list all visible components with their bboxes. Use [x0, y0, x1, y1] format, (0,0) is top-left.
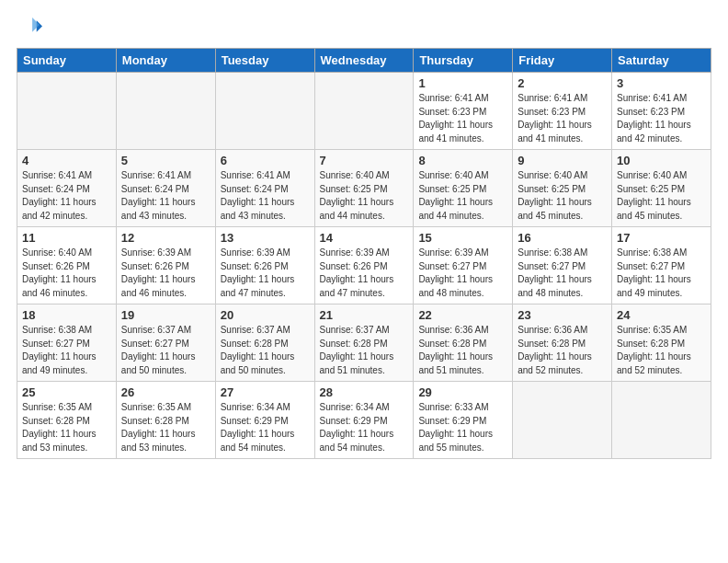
day-info: Sunrise: 6:39 AM Sunset: 6:26 PM Dayligh… — [320, 247, 409, 300]
calendar-cell: 2Sunrise: 6:41 AM Sunset: 6:23 PM Daylig… — [513, 73, 612, 150]
day-info: Sunrise: 6:35 AM Sunset: 6:28 PM Dayligh… — [617, 324, 706, 377]
day-info: Sunrise: 6:41 AM Sunset: 6:23 PM Dayligh… — [418, 92, 507, 145]
day-number: 6 — [221, 154, 310, 167]
day-number: 22 — [418, 308, 507, 322]
calendar-table: SundayMondayTuesdayWednesdayThursdayFrid… — [17, 48, 711, 459]
day-number: 14 — [320, 231, 409, 245]
logo — [17, 15, 46, 40]
day-info: Sunrise: 6:41 AM Sunset: 6:24 PM Dayligh… — [22, 169, 111, 223]
day-info: Sunrise: 6:38 AM Sunset: 6:27 PM Dayligh… — [518, 247, 607, 300]
calendar-cell: 7Sunrise: 6:40 AM Sunset: 6:25 PM Daylig… — [314, 150, 414, 227]
day-info: Sunrise: 6:39 AM Sunset: 6:26 PM Dayligh… — [121, 247, 210, 300]
calendar-cell: 29Sunrise: 6:33 AM Sunset: 6:29 PM Dayli… — [414, 382, 513, 459]
day-info: Sunrise: 6:40 AM Sunset: 6:25 PM Dayligh… — [418, 169, 507, 223]
day-info: Sunrise: 6:37 AM Sunset: 6:28 PM Dayligh… — [221, 324, 310, 377]
header — [17, 15, 711, 40]
day-number: 28 — [320, 385, 409, 399]
calendar-cell: 4Sunrise: 6:41 AM Sunset: 6:24 PM Daylig… — [17, 150, 117, 227]
day-number: 17 — [617, 231, 706, 245]
day-number: 2 — [518, 76, 607, 90]
calendar-cell: 5Sunrise: 6:41 AM Sunset: 6:24 PM Daylig… — [116, 150, 215, 227]
calendar-cell: 16Sunrise: 6:38 AM Sunset: 6:27 PM Dayli… — [513, 227, 612, 304]
calendar-cell: 11Sunrise: 6:40 AM Sunset: 6:26 PM Dayli… — [17, 227, 117, 304]
day-number: 12 — [121, 231, 210, 245]
calendar-cell: 25Sunrise: 6:35 AM Sunset: 6:28 PM Dayli… — [17, 382, 117, 459]
day-number: 25 — [22, 385, 111, 399]
calendar-cell: 3Sunrise: 6:41 AM Sunset: 6:23 PM Daylig… — [612, 73, 711, 150]
day-number: 8 — [418, 154, 507, 167]
calendar-header-row: SundayMondayTuesdayWednesdayThursdayFrid… — [17, 49, 711, 73]
day-info: Sunrise: 6:41 AM Sunset: 6:24 PM Dayligh… — [121, 169, 210, 223]
day-info: Sunrise: 6:37 AM Sunset: 6:27 PM Dayligh… — [121, 324, 210, 377]
day-info: Sunrise: 6:33 AM Sunset: 6:29 PM Dayligh… — [418, 401, 507, 454]
calendar-cell: 6Sunrise: 6:41 AM Sunset: 6:24 PM Daylig… — [215, 150, 314, 227]
day-info: Sunrise: 6:41 AM Sunset: 6:23 PM Dayligh… — [617, 92, 706, 145]
day-number: 9 — [518, 154, 607, 167]
calendar-cell: 18Sunrise: 6:38 AM Sunset: 6:27 PM Dayli… — [17, 304, 117, 382]
calendar-cell: 23Sunrise: 6:36 AM Sunset: 6:28 PM Dayli… — [513, 304, 612, 382]
calendar-header-sunday: Sunday — [17, 49, 117, 73]
day-number: 13 — [221, 231, 310, 245]
calendar-cell — [215, 73, 314, 150]
calendar-header-tuesday: Tuesday — [215, 49, 314, 73]
calendar-cell: 27Sunrise: 6:34 AM Sunset: 6:29 PM Dayli… — [215, 382, 314, 459]
day-info: Sunrise: 6:37 AM Sunset: 6:28 PM Dayligh… — [320, 324, 409, 377]
calendar-cell — [17, 73, 117, 150]
logo-icon — [17, 15, 42, 40]
day-info: Sunrise: 6:35 AM Sunset: 6:28 PM Dayligh… — [121, 401, 210, 454]
calendar-cell — [612, 382, 711, 459]
day-info: Sunrise: 6:40 AM Sunset: 6:25 PM Dayligh… — [518, 169, 607, 223]
calendar-header-thursday: Thursday — [414, 49, 513, 73]
page: SundayMondayTuesdayWednesdayThursdayFrid… — [0, 0, 728, 563]
day-info: Sunrise: 6:39 AM Sunset: 6:27 PM Dayligh… — [418, 247, 507, 300]
day-number: 18 — [22, 308, 111, 322]
day-number: 11 — [22, 231, 111, 245]
calendar-cell: 24Sunrise: 6:35 AM Sunset: 6:28 PM Dayli… — [612, 304, 711, 382]
calendar-header-friday: Friday — [513, 49, 612, 73]
calendar-cell — [513, 382, 612, 459]
calendar-cell: 14Sunrise: 6:39 AM Sunset: 6:26 PM Dayli… — [314, 227, 414, 304]
day-number: 27 — [221, 385, 310, 399]
calendar-cell: 15Sunrise: 6:39 AM Sunset: 6:27 PM Dayli… — [414, 227, 513, 304]
calendar-cell — [116, 73, 215, 150]
day-info: Sunrise: 6:35 AM Sunset: 6:28 PM Dayligh… — [22, 401, 111, 454]
day-info: Sunrise: 6:34 AM Sunset: 6:29 PM Dayligh… — [221, 401, 310, 454]
day-info: Sunrise: 6:38 AM Sunset: 6:27 PM Dayligh… — [22, 324, 111, 377]
calendar-cell: 19Sunrise: 6:37 AM Sunset: 6:27 PM Dayli… — [116, 304, 215, 382]
calendar-header-saturday: Saturday — [612, 49, 711, 73]
day-info: Sunrise: 6:41 AM Sunset: 6:24 PM Dayligh… — [221, 169, 310, 223]
calendar-cell: 17Sunrise: 6:38 AM Sunset: 6:27 PM Dayli… — [612, 227, 711, 304]
calendar-week-1: 1Sunrise: 6:41 AM Sunset: 6:23 PM Daylig… — [17, 73, 711, 150]
day-info: Sunrise: 6:40 AM Sunset: 6:25 PM Dayligh… — [320, 169, 409, 223]
day-info: Sunrise: 6:36 AM Sunset: 6:28 PM Dayligh… — [518, 324, 607, 377]
day-number: 21 — [320, 308, 409, 322]
calendar-cell: 28Sunrise: 6:34 AM Sunset: 6:29 PM Dayli… — [314, 382, 414, 459]
day-info: Sunrise: 6:41 AM Sunset: 6:23 PM Dayligh… — [518, 92, 607, 145]
calendar-header-wednesday: Wednesday — [314, 49, 414, 73]
day-number: 1 — [418, 76, 507, 90]
day-number: 19 — [121, 308, 210, 322]
day-info: Sunrise: 6:38 AM Sunset: 6:27 PM Dayligh… — [617, 247, 706, 300]
calendar-cell: 26Sunrise: 6:35 AM Sunset: 6:28 PM Dayli… — [116, 382, 215, 459]
day-number: 29 — [418, 385, 507, 399]
calendar-cell: 9Sunrise: 6:40 AM Sunset: 6:25 PM Daylig… — [513, 150, 612, 227]
day-info: Sunrise: 6:34 AM Sunset: 6:29 PM Dayligh… — [320, 401, 409, 454]
calendar-cell — [314, 73, 414, 150]
day-number: 4 — [22, 154, 111, 167]
day-info: Sunrise: 6:40 AM Sunset: 6:26 PM Dayligh… — [22, 247, 111, 300]
day-number: 5 — [121, 154, 210, 167]
calendar-cell: 10Sunrise: 6:40 AM Sunset: 6:25 PM Dayli… — [612, 150, 711, 227]
calendar-cell: 1Sunrise: 6:41 AM Sunset: 6:23 PM Daylig… — [414, 73, 513, 150]
day-info: Sunrise: 6:36 AM Sunset: 6:28 PM Dayligh… — [418, 324, 507, 377]
day-number: 7 — [320, 154, 409, 167]
day-number: 24 — [617, 308, 706, 322]
calendar-cell: 8Sunrise: 6:40 AM Sunset: 6:25 PM Daylig… — [414, 150, 513, 227]
calendar-cell: 13Sunrise: 6:39 AM Sunset: 6:26 PM Dayli… — [215, 227, 314, 304]
day-info: Sunrise: 6:39 AM Sunset: 6:26 PM Dayligh… — [221, 247, 310, 300]
calendar-week-3: 11Sunrise: 6:40 AM Sunset: 6:26 PM Dayli… — [17, 227, 711, 304]
day-info: Sunrise: 6:40 AM Sunset: 6:25 PM Dayligh… — [617, 169, 706, 223]
day-number: 3 — [617, 76, 706, 90]
day-number: 16 — [518, 231, 607, 245]
day-number: 20 — [221, 308, 310, 322]
calendar-week-2: 4Sunrise: 6:41 AM Sunset: 6:24 PM Daylig… — [17, 150, 711, 227]
